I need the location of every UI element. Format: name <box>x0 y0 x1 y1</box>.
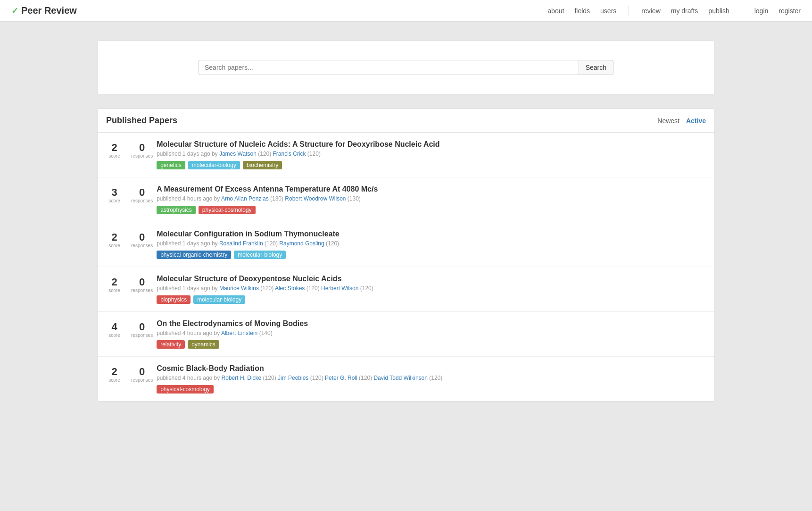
paper-meta: published 1 days ago by Rosalind Frankli… <box>157 240 706 247</box>
paper-tag[interactable]: molecular-biology <box>193 295 245 304</box>
paper-tag[interactable]: biophysics <box>157 295 191 304</box>
responses-stat: 0 responses <box>131 187 153 203</box>
responses-stat: 0 responses <box>131 321 153 338</box>
nav-users[interactable]: users <box>600 7 616 15</box>
responses-label: responses <box>131 377 153 383</box>
papers-sort: Newest Active <box>657 117 706 125</box>
papers-header: Published Papers Newest Active <box>98 109 714 133</box>
brand-name: Peer Review <box>21 5 77 16</box>
paper-tag[interactable]: astrophysics <box>157 206 196 214</box>
paper-title[interactable]: On the Electrodynamics of Moving Bodies <box>157 319 706 328</box>
paper-tag[interactable]: genetics <box>157 161 185 169</box>
score-label: score <box>108 377 120 383</box>
paper-content: A Measurement Of Excess Antenna Temperat… <box>153 185 706 214</box>
author-link[interactable]: Albert Einstein <box>221 330 257 336</box>
paper-tags: relativitydynamics <box>157 340 706 349</box>
sort-active[interactable]: Active <box>686 117 706 125</box>
paper-stats: 3 score 0 responses <box>106 185 153 203</box>
score-stat: 2 score <box>106 232 123 248</box>
author-link[interactable]: Peter G. Roll <box>325 375 357 381</box>
paper-tags: biophysicsmolecular-biology <box>157 295 706 304</box>
score-label: score <box>108 153 120 159</box>
author-link[interactable]: Herbert Wilson <box>321 285 358 292</box>
author-link[interactable]: Robert H. Dicke <box>222 375 262 381</box>
navbar-links: about fields users review my drafts publ… <box>547 6 801 16</box>
table-row: 2 score 0 responses Molecular Structure … <box>98 267 714 312</box>
paper-tag[interactable]: dynamics <box>188 340 219 349</box>
paper-title[interactable]: A Measurement Of Excess Antenna Temperat… <box>157 185 706 193</box>
author-link[interactable]: Alec Stokes <box>275 285 305 292</box>
paper-title[interactable]: Molecular Structure of Deoxypentose Nucl… <box>157 275 706 283</box>
paper-content: Molecular Structure of Nucleic Acids: A … <box>153 140 706 169</box>
author-link[interactable]: Jim Peebles <box>278 375 308 381</box>
page-wrapper: Search Published Papers Newest Active 2 … <box>88 22 724 420</box>
nav-login[interactable]: login <box>754 7 769 15</box>
paper-title[interactable]: Molecular Configuration in Sodium Thymon… <box>157 230 706 238</box>
responses-number: 0 <box>139 321 145 333</box>
author-link[interactable]: Arno Allan Penzias <box>221 195 269 202</box>
paper-tag[interactable]: molecular-biology <box>188 161 240 169</box>
paper-tag[interactable]: physical-organic-chemistry <box>157 251 231 259</box>
score-stat: 2 score <box>106 142 123 159</box>
papers-list: 2 score 0 responses Molecular Structure … <box>98 133 714 401</box>
search-button[interactable]: Search <box>579 60 613 75</box>
responses-number: 0 <box>139 142 145 153</box>
responses-label: responses <box>131 243 153 248</box>
navbar: ✓ Peer Review about fields users review … <box>0 0 812 22</box>
table-row: 4 score 0 responses On the Electrodynami… <box>98 312 714 357</box>
nav-register[interactable]: register <box>779 7 801 15</box>
nav-my-drafts[interactable]: my drafts <box>671 7 698 15</box>
paper-tags: astrophysicsphysical-cosmology <box>157 206 706 214</box>
score-number: 2 <box>111 142 117 153</box>
author-link[interactable]: Rosalind Franklin <box>219 240 263 247</box>
table-row: 3 score 0 responses A Measurement Of Exc… <box>98 177 714 222</box>
nav-review[interactable]: review <box>641 7 660 15</box>
table-row: 2 score 0 responses Molecular Structure … <box>98 133 714 177</box>
search-input[interactable] <box>199 60 579 75</box>
paper-meta: published 4 hours ago by Robert H. Dicke… <box>157 375 706 381</box>
table-row: 2 score 0 responses Molecular Configurat… <box>98 222 714 267</box>
responses-number: 0 <box>139 366 145 377</box>
paper-title[interactable]: Molecular Structure of Nucleic Acids: A … <box>157 140 706 149</box>
papers-section: Published Papers Newest Active 2 score 0… <box>97 109 715 402</box>
brand-logo[interactable]: ✓ Peer Review <box>11 5 77 16</box>
paper-stats: 2 score 0 responses <box>106 275 153 293</box>
responses-stat: 0 responses <box>131 276 153 293</box>
score-stat: 2 score <box>106 276 123 293</box>
paper-title[interactable]: Cosmic Black-Body Radiation <box>157 364 706 373</box>
paper-meta: published 4 hours ago by Arno Allan Penz… <box>157 195 706 202</box>
paper-meta: published 4 hours ago by Albert Einstein… <box>157 330 706 336</box>
responses-label: responses <box>131 198 153 203</box>
score-label: score <box>108 288 120 293</box>
paper-tag[interactable]: molecular-biology <box>234 251 286 259</box>
nav-publish[interactable]: publish <box>708 7 729 15</box>
paper-meta: published 1 days ago by James Watson (12… <box>157 151 706 157</box>
author-link[interactable]: Maurice Wilkins <box>219 285 259 292</box>
paper-stats: 4 score 0 responses <box>106 319 153 338</box>
paper-tag[interactable]: relativity <box>157 340 185 349</box>
paper-tags: physical-cosmology <box>157 385 706 394</box>
score-number: 3 <box>111 187 117 198</box>
paper-tag[interactable]: biochemistry <box>243 161 282 169</box>
author-link[interactable]: Francis Crick <box>273 151 306 157</box>
search-form: Search <box>199 60 613 75</box>
paper-content: On the Electrodynamics of Moving Bodies … <box>153 319 706 349</box>
paper-content: Cosmic Black-Body Radiation published 4 … <box>153 364 706 394</box>
search-section: Search <box>97 41 715 94</box>
score-stat: 2 score <box>106 366 123 383</box>
author-link[interactable]: James Watson <box>219 151 257 157</box>
paper-tag[interactable]: physical-cosmology <box>157 385 214 394</box>
paper-tag[interactable]: physical-cosmology <box>199 206 256 214</box>
nav-divider-2 <box>742 6 742 16</box>
score-stat: 4 score <box>106 321 123 338</box>
responses-stat: 0 responses <box>131 366 153 383</box>
nav-fields[interactable]: fields <box>574 7 590 15</box>
responses-label: responses <box>131 333 153 338</box>
responses-stat: 0 responses <box>131 232 153 248</box>
sort-newest[interactable]: Newest <box>657 117 679 125</box>
paper-meta: published 1 days ago by Maurice Wilkins … <box>157 285 706 292</box>
author-link[interactable]: Robert Woodrow Wilson <box>285 195 346 202</box>
nav-about[interactable]: about <box>547 7 564 15</box>
author-link[interactable]: David Todd Wilkinson <box>373 375 428 381</box>
author-link[interactable]: Raymond Gosling <box>279 240 324 247</box>
